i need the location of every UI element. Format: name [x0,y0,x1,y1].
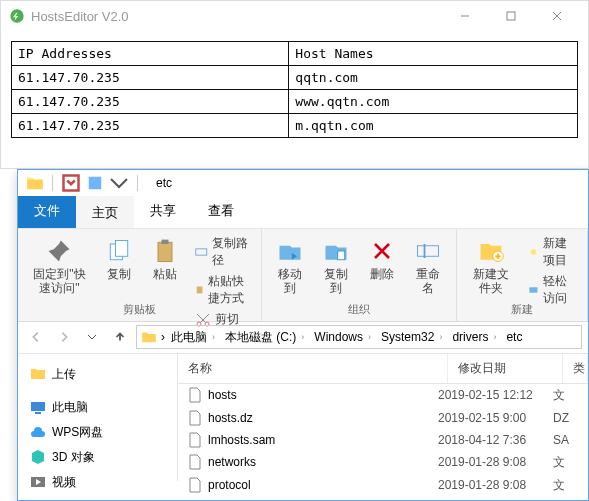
svg-rect-14 [338,251,345,260]
copy-path-button[interactable]: 复制路径 [189,233,255,271]
pin-icon [45,237,73,265]
nav-recent-button[interactable] [80,325,104,349]
bc-segment[interactable]: System32› [377,330,446,344]
file-row[interactable]: networks2019-01-28 9:08文 [178,451,588,474]
rename-icon [414,237,442,265]
table-row[interactable]: 61.147.70.235www.qqtn.com [12,90,578,114]
new-item-button[interactable]: 新建项目 [522,233,581,271]
table-header-row: IP Addresses Host Names [12,42,578,66]
hosts-table[interactable]: IP Addresses Host Names 61.147.70.235qqt… [11,41,578,138]
tab-file[interactable]: 文件 [18,196,76,228]
paste-icon [151,237,179,265]
files-header: 名称 修改日期 类 [178,354,588,384]
delete-icon [368,237,396,265]
file-icon [188,410,202,426]
bc-segment[interactable]: drivers› [448,330,500,344]
breadcrumb-bar: › 此电脑› 本地磁盘 (C:)› Windows› System32› dri… [18,322,588,354]
file-row[interactable]: protocol2019-01-28 9:08文 [178,474,588,497]
new-folder-icon [477,237,505,265]
maximize-button[interactable] [488,1,534,31]
sidebar: 上传 此电脑 WPS网盘 3D 对象 视频 [18,354,178,481]
explorer-window: etc 文件 主页 共享 查看 固定到"快速访问" 复制 粘贴 [17,169,589,501]
qat-button[interactable] [85,173,105,193]
svg-rect-20 [31,402,45,411]
cube-icon [30,449,46,465]
table-row[interactable]: 61.147.70.235qqtn.com [12,66,578,90]
svg-rect-5 [89,177,102,190]
rename-button[interactable]: 重命名 [406,233,450,300]
svg-rect-11 [197,287,203,294]
svg-rect-9 [161,240,168,244]
copy-to-icon [322,237,350,265]
ribbon-tabs: 文件 主页 共享 查看 [18,196,588,228]
svg-rect-1 [507,12,515,20]
nav-back-button[interactable] [24,325,48,349]
tab-home[interactable]: 主页 [76,196,134,228]
hosts-title: HostsEditor V2.0 [31,9,442,24]
col-name[interactable]: 名称 [178,354,448,383]
cloud-icon [30,424,46,440]
files-pane: 名称 修改日期 类 hosts2019-02-15 12:12文 hosts.d… [178,354,588,481]
move-icon [276,237,304,265]
bc-segment[interactable]: 本地磁盘 (C:)› [221,329,308,346]
group-organize: 组织 [268,300,450,319]
tab-view[interactable]: 查看 [192,196,250,228]
file-icon [188,477,202,493]
file-icon [188,432,202,448]
video-icon [30,474,46,490]
nav-forward-button[interactable] [52,325,76,349]
move-to-button[interactable]: 移动到 [268,233,312,300]
group-clipboard: 剪贴板 [24,300,255,319]
col-type[interactable]: 类 [563,354,588,383]
pin-button[interactable]: 固定到"快速访问" [24,233,95,300]
file-row[interactable]: hosts.dz2019-02-15 9:00DZ [178,407,588,429]
sidebar-item-3d[interactable]: 3D 对象 [24,445,171,470]
quick-access-toolbar: etc [18,170,588,196]
nav-up-button[interactable] [108,325,132,349]
delete-button[interactable]: 删除 [360,233,404,285]
tab-share[interactable]: 共享 [134,196,192,228]
easy-access-icon [528,282,539,298]
new-item-icon [528,244,539,260]
copy-icon [105,237,133,265]
qat-dropdown[interactable] [109,173,129,193]
svg-rect-8 [158,242,172,261]
copy-to-button[interactable]: 复制到 [314,233,358,300]
col-ip: IP Addresses [12,42,289,66]
folder-icon [141,331,157,343]
copy-button[interactable]: 复制 [97,233,141,285]
breadcrumb-path[interactable]: › 此电脑› 本地磁盘 (C:)› Windows› System32› dri… [136,325,582,349]
app-icon [9,8,25,24]
svg-rect-7 [115,241,127,257]
paste-button[interactable]: 粘贴 [143,233,187,285]
col-modified[interactable]: 修改日期 [448,354,563,383]
svg-rect-21 [35,412,41,414]
col-host: Host Names [289,42,578,66]
table-row[interactable]: 61.147.70.235m.qqtn.com [12,114,578,138]
path-icon [195,244,208,260]
folder-icon [30,366,46,382]
qat-properties-button[interactable] [61,173,81,193]
close-button[interactable] [534,1,580,31]
group-new: 新建 [463,300,581,319]
bc-segment[interactable]: etc [502,330,526,344]
sidebar-item-this-pc[interactable]: 此电脑 [24,395,171,420]
file-icon [188,454,202,470]
hosts-editor-window: HostsEditor V2.0 IP Addresses Host Names… [0,0,589,169]
hosts-titlebar: HostsEditor V2.0 [1,1,588,31]
folder-icon [26,176,44,190]
svg-rect-10 [196,249,207,255]
bc-segment[interactable]: 此电脑› [167,329,219,346]
pc-icon [30,399,46,415]
svg-point-18 [530,249,535,254]
new-folder-button[interactable]: 新建文件夹 [463,233,519,300]
sidebar-item-upload[interactable]: 上传 [24,362,171,387]
bc-segment[interactable]: Windows› [310,330,375,344]
file-row[interactable]: lmhosts.sam2018-04-12 7:36SA [178,429,588,451]
ribbon: 固定到"快速访问" 复制 粘贴 复制路径 粘贴快捷方式 剪切 剪贴板 [18,229,588,322]
file-row[interactable]: hosts2019-02-15 12:12文 [178,384,588,407]
file-icon [188,387,202,403]
minimize-button[interactable] [442,1,488,31]
sidebar-item-wps[interactable]: WPS网盘 [24,420,171,445]
sidebar-item-videos[interactable]: 视频 [24,470,171,495]
